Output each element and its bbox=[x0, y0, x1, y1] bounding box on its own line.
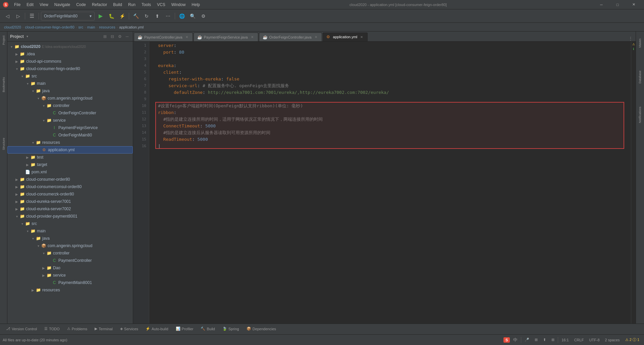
tree-p8001-java[interactable]: ▾ 📁 java bbox=[7, 235, 133, 242]
tab-close-order-feign-controller[interactable]: ✕ bbox=[314, 35, 318, 40]
bottom-tab-version-control[interactable]: ⎇ Version Control bbox=[3, 325, 40, 333]
status-mic-icon[interactable]: 🎤 bbox=[523, 337, 531, 343]
bookmarks-panel-icon[interactable]: Bookmarks bbox=[1, 76, 6, 94]
tab-close-payment-controller[interactable]: ✕ bbox=[184, 35, 189, 40]
tree-order-feign-main[interactable]: ▶ C OrderFeignMain80 bbox=[7, 131, 133, 139]
toolbar-prefs-btn[interactable]: ⚙ bbox=[199, 11, 208, 21]
menu-vcs[interactable]: VCS bbox=[154, 2, 168, 8]
menu-run[interactable]: Run bbox=[125, 2, 138, 8]
tree-root[interactable]: ▾ 📁 cloud2020 E:\idea-workspace\cloud202… bbox=[7, 43, 133, 50]
tree-p8001-service[interactable]: ▶ 📁 service bbox=[7, 272, 133, 279]
menu-navigate[interactable]: Navigate bbox=[52, 2, 73, 8]
toolbar-back-btn[interactable]: ◁ bbox=[3, 11, 12, 21]
tree-order-feign-ctrl[interactable]: ▶ C OrderFeignController bbox=[7, 109, 133, 117]
status-sonar-icon[interactable]: S bbox=[503, 337, 510, 343]
bottom-tab-spring[interactable]: 🍃 Spring bbox=[219, 325, 243, 333]
menu-build[interactable]: Build bbox=[110, 2, 125, 8]
tree-main[interactable]: ▾ 📁 main bbox=[7, 80, 133, 87]
tree-consul-order80[interactable]: ▶ 📁 cloud-consumerconsul-order80 bbox=[7, 183, 133, 190]
status-menu-icon[interactable]: ⊞ bbox=[549, 337, 556, 343]
code-editor[interactable]: server: port: 80 eureka: client: registe… bbox=[155, 42, 631, 324]
breadcrumb-module[interactable]: cloud-consumer-feign-order80 bbox=[25, 25, 74, 29]
tree-payment-feign-svc[interactable]: ▶ I PaymentFeignService bbox=[7, 124, 133, 131]
bottom-tab-services[interactable]: ◈ Services bbox=[117, 325, 142, 333]
toolbar-more-btn[interactable]: ⋯ bbox=[163, 11, 173, 21]
bottom-tab-problems[interactable]: ⚠ Problems bbox=[64, 325, 91, 333]
panel-collapse-all-icon[interactable]: ⊟ bbox=[109, 34, 115, 40]
right-sidebar-database[interactable]: Database bbox=[636, 67, 644, 87]
toolbar-vcs-btn[interactable]: ⬆ bbox=[153, 11, 162, 21]
breadcrumb-main[interactable]: main bbox=[87, 25, 95, 29]
tree-pom-xml[interactable]: ▶ 📄 pom.xml bbox=[7, 168, 133, 176]
status-position[interactable]: 16:1 bbox=[559, 337, 571, 343]
window-close[interactable]: ✕ bbox=[626, 0, 641, 9]
tree-p8001-controller[interactable]: ▾ 📁 controller bbox=[7, 249, 133, 257]
tree-target-folder[interactable]: ▶ 📁 target bbox=[7, 161, 133, 168]
tab-order-feign-controller[interactable]: ☕ OrderFeignController.java ✕ bbox=[259, 33, 322, 41]
tree-consumer-order80[interactable]: ▶ 📁 cloud-consumer-order80 bbox=[7, 176, 133, 183]
menu-file[interactable]: File bbox=[11, 2, 23, 8]
tree-eureka-7001[interactable]: ▶ 📁 cloud-eureka-server7001 bbox=[7, 198, 133, 205]
tree-application-yml[interactable]: ▶ ⚙ application.yml bbox=[7, 146, 133, 154]
tree-resources-folder[interactable]: ▾ 📁 resources bbox=[7, 139, 133, 146]
panel-close-icon[interactable]: ─ bbox=[124, 34, 130, 40]
status-indent[interactable]: 2 spaces bbox=[603, 337, 622, 343]
toolbar-sync-btn[interactable]: ↻ bbox=[142, 11, 151, 21]
toolbar-translate-btn[interactable]: 🌐 bbox=[177, 11, 186, 21]
status-warnings[interactable]: ⚠ 2 ⓘ 1 bbox=[623, 337, 641, 343]
tree-eureka-7002[interactable]: ▶ 📁 cloud-eureka-server7002 bbox=[7, 205, 133, 213]
tree-p8001-dao[interactable]: ▶ 📁 Dao bbox=[7, 264, 133, 272]
menu-window[interactable]: Window bbox=[169, 2, 189, 8]
tree-package[interactable]: ▾ 📦 com.angenin.springcloud bbox=[7, 95, 133, 102]
toolbar-settings-btn[interactable]: ☰ bbox=[27, 11, 37, 21]
bottom-tab-todo[interactable]: ☰ TODO bbox=[41, 325, 63, 333]
structure-panel-icon[interactable]: Structure bbox=[1, 136, 6, 152]
right-sidebar-maven[interactable]: Maven bbox=[636, 33, 644, 53]
tab-payment-feign-service[interactable]: ☕ PaymentFeignService.java ✕ bbox=[194, 33, 258, 41]
bottom-tab-dependencies[interactable]: 📦 Dependencies bbox=[243, 325, 279, 333]
status-encoding[interactable]: UTF-8 bbox=[587, 337, 601, 343]
toolbar-build-btn[interactable]: 🔨 bbox=[131, 11, 141, 21]
menu-refactor[interactable]: Refactor bbox=[89, 2, 110, 8]
bottom-tab-terminal[interactable]: ▶ Terminal bbox=[91, 325, 116, 333]
bottom-tab-profiler[interactable]: 📊 Profiler bbox=[172, 325, 197, 333]
tree-controller-folder[interactable]: ▾ 📁 controller bbox=[7, 102, 133, 109]
bottom-tab-build[interactable]: 🔨 Build bbox=[197, 325, 218, 333]
panel-dropdown-icon[interactable]: ▾ bbox=[26, 35, 28, 38]
toolbar-coverage-btn[interactable]: ⚡ bbox=[117, 11, 127, 21]
toolbar-debug-btn[interactable]: 🐛 bbox=[107, 11, 116, 21]
breadcrumb-file[interactable]: application.yml bbox=[119, 25, 144, 29]
tab-close-payment-feign-service[interactable]: ✕ bbox=[250, 35, 255, 40]
breadcrumb-resources[interactable]: resources bbox=[99, 25, 115, 29]
window-maximize[interactable]: □ bbox=[610, 0, 625, 9]
tree-service-folder[interactable]: ▾ 📁 service bbox=[7, 117, 133, 124]
menu-code[interactable]: Code bbox=[73, 2, 89, 8]
menu-edit[interactable]: Edit bbox=[24, 2, 36, 8]
status-line-ending[interactable]: CRLF bbox=[572, 337, 586, 343]
status-chinese-icon[interactable]: 中 bbox=[511, 336, 520, 344]
menu-tools[interactable]: Tools bbox=[139, 2, 154, 8]
tree-payment-main[interactable]: ▶ C PaymentMain8001 bbox=[7, 279, 133, 286]
tab-payment-controller[interactable]: ☕ PaymentController.java ✕ bbox=[134, 33, 193, 41]
project-panel-icon[interactable]: Project bbox=[1, 34, 6, 46]
panel-gear-icon[interactable]: ⚙ bbox=[117, 34, 123, 40]
tree-p8001-src[interactable]: ▾ 📁 src bbox=[7, 220, 133, 227]
window-minimize[interactable]: ─ bbox=[594, 0, 609, 9]
tab-more-btn[interactable]: ⋮ bbox=[626, 36, 636, 41]
tree-payment-ctrl[interactable]: ▶ C PaymentController bbox=[7, 257, 133, 264]
menu-help[interactable]: Help bbox=[189, 2, 203, 8]
panel-expand-all-icon[interactable]: ⊞ bbox=[102, 34, 108, 40]
bottom-tab-auto-build[interactable]: ⚡ Auto-build bbox=[142, 325, 172, 333]
tree-zk-order80[interactable]: ▶ 📁 cloud-consumerzk-order80 bbox=[7, 190, 133, 198]
breadcrumb-src[interactable]: src bbox=[78, 25, 83, 29]
tree-p8001-package[interactable]: ▾ 📦 com.angenin.springcloud bbox=[7, 242, 133, 249]
tree-api-commons[interactable]: ▶ 📁 cloud-api-commons bbox=[7, 58, 133, 65]
tree-p8001-resources[interactable]: ▶ 📁 resources bbox=[7, 286, 133, 294]
tree-payment8001[interactable]: ▾ 📁 cloud-provider-payment8001 bbox=[7, 213, 133, 220]
tree-test-folder[interactable]: ▶ 📁 test bbox=[7, 154, 133, 161]
toolbar-run-btn[interactable]: ▶ bbox=[96, 11, 105, 21]
tree-p8001-main[interactable]: ▾ 📁 main bbox=[7, 227, 133, 235]
toolbar-forward-btn[interactable]: ▷ bbox=[13, 11, 23, 21]
run-config-dropdown[interactable]: OrderFeignMain80 ▾ bbox=[41, 12, 95, 20]
tree-java[interactable]: ▾ 📁 java bbox=[7, 87, 133, 95]
